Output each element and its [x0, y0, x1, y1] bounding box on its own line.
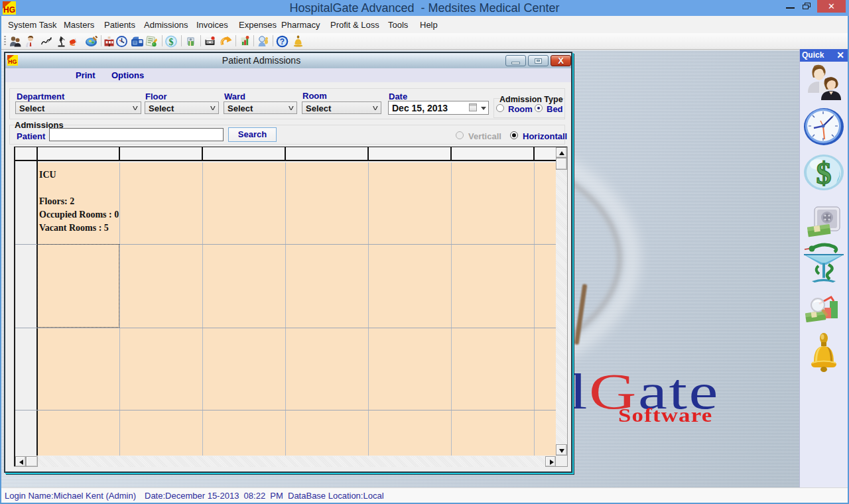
svg-text:$: $ [169, 37, 174, 47]
svg-text:?: ? [280, 37, 285, 46]
svg-text:$: $ [816, 157, 832, 190]
